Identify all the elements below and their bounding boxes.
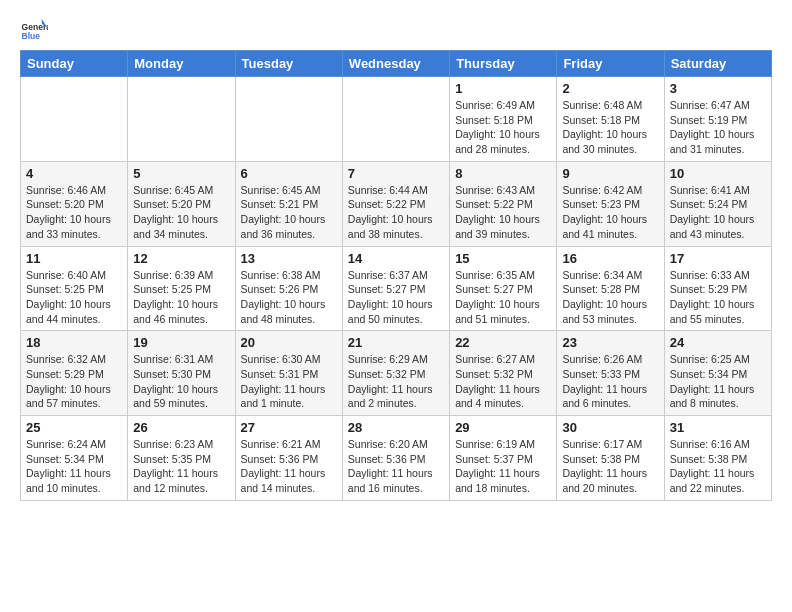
cell-info-text: Sunrise: 6:48 AM Sunset: 5:18 PM Dayligh… bbox=[562, 98, 658, 157]
cell-info-text: Sunrise: 6:42 AM Sunset: 5:23 PM Dayligh… bbox=[562, 183, 658, 242]
calendar-cell: 9Sunrise: 6:42 AM Sunset: 5:23 PM Daylig… bbox=[557, 161, 664, 246]
day-header-sunday: Sunday bbox=[21, 51, 128, 77]
cell-day-number: 20 bbox=[241, 335, 337, 350]
calendar-week-row: 25Sunrise: 6:24 AM Sunset: 5:34 PM Dayli… bbox=[21, 416, 772, 501]
cell-info-text: Sunrise: 6:30 AM Sunset: 5:31 PM Dayligh… bbox=[241, 352, 337, 411]
cell-info-text: Sunrise: 6:45 AM Sunset: 5:20 PM Dayligh… bbox=[133, 183, 229, 242]
calendar-cell: 1Sunrise: 6:49 AM Sunset: 5:18 PM Daylig… bbox=[450, 77, 557, 162]
cell-day-number: 13 bbox=[241, 251, 337, 266]
cell-day-number: 7 bbox=[348, 166, 444, 181]
calendar-week-row: 4Sunrise: 6:46 AM Sunset: 5:20 PM Daylig… bbox=[21, 161, 772, 246]
calendar-cell: 14Sunrise: 6:37 AM Sunset: 5:27 PM Dayli… bbox=[342, 246, 449, 331]
cell-info-text: Sunrise: 6:44 AM Sunset: 5:22 PM Dayligh… bbox=[348, 183, 444, 242]
cell-info-text: Sunrise: 6:35 AM Sunset: 5:27 PM Dayligh… bbox=[455, 268, 551, 327]
cell-day-number: 12 bbox=[133, 251, 229, 266]
cell-info-text: Sunrise: 6:40 AM Sunset: 5:25 PM Dayligh… bbox=[26, 268, 122, 327]
cell-day-number: 16 bbox=[562, 251, 658, 266]
cell-day-number: 5 bbox=[133, 166, 229, 181]
cell-day-number: 14 bbox=[348, 251, 444, 266]
calendar-cell bbox=[342, 77, 449, 162]
cell-day-number: 29 bbox=[455, 420, 551, 435]
calendar-cell: 13Sunrise: 6:38 AM Sunset: 5:26 PM Dayli… bbox=[235, 246, 342, 331]
calendar-cell: 12Sunrise: 6:39 AM Sunset: 5:25 PM Dayli… bbox=[128, 246, 235, 331]
cell-day-number: 22 bbox=[455, 335, 551, 350]
cell-day-number: 8 bbox=[455, 166, 551, 181]
cell-day-number: 17 bbox=[670, 251, 766, 266]
cell-info-text: Sunrise: 6:32 AM Sunset: 5:29 PM Dayligh… bbox=[26, 352, 122, 411]
generalblue-logo-icon: General Blue bbox=[20, 16, 48, 44]
calendar-week-row: 18Sunrise: 6:32 AM Sunset: 5:29 PM Dayli… bbox=[21, 331, 772, 416]
cell-info-text: Sunrise: 6:41 AM Sunset: 5:24 PM Dayligh… bbox=[670, 183, 766, 242]
cell-info-text: Sunrise: 6:26 AM Sunset: 5:33 PM Dayligh… bbox=[562, 352, 658, 411]
calendar-header-row: SundayMondayTuesdayWednesdayThursdayFrid… bbox=[21, 51, 772, 77]
cell-info-text: Sunrise: 6:39 AM Sunset: 5:25 PM Dayligh… bbox=[133, 268, 229, 327]
calendar-cell: 25Sunrise: 6:24 AM Sunset: 5:34 PM Dayli… bbox=[21, 416, 128, 501]
cell-day-number: 25 bbox=[26, 420, 122, 435]
calendar-week-row: 11Sunrise: 6:40 AM Sunset: 5:25 PM Dayli… bbox=[21, 246, 772, 331]
cell-info-text: Sunrise: 6:49 AM Sunset: 5:18 PM Dayligh… bbox=[455, 98, 551, 157]
calendar-cell: 31Sunrise: 6:16 AM Sunset: 5:38 PM Dayli… bbox=[664, 416, 771, 501]
cell-info-text: Sunrise: 6:16 AM Sunset: 5:38 PM Dayligh… bbox=[670, 437, 766, 496]
cell-day-number: 4 bbox=[26, 166, 122, 181]
cell-info-text: Sunrise: 6:33 AM Sunset: 5:29 PM Dayligh… bbox=[670, 268, 766, 327]
day-header-thursday: Thursday bbox=[450, 51, 557, 77]
calendar-cell: 21Sunrise: 6:29 AM Sunset: 5:32 PM Dayli… bbox=[342, 331, 449, 416]
calendar-cell: 17Sunrise: 6:33 AM Sunset: 5:29 PM Dayli… bbox=[664, 246, 771, 331]
cell-day-number: 27 bbox=[241, 420, 337, 435]
calendar-cell: 15Sunrise: 6:35 AM Sunset: 5:27 PM Dayli… bbox=[450, 246, 557, 331]
calendar-cell: 3Sunrise: 6:47 AM Sunset: 5:19 PM Daylig… bbox=[664, 77, 771, 162]
calendar-cell: 19Sunrise: 6:31 AM Sunset: 5:30 PM Dayli… bbox=[128, 331, 235, 416]
cell-day-number: 26 bbox=[133, 420, 229, 435]
cell-info-text: Sunrise: 6:43 AM Sunset: 5:22 PM Dayligh… bbox=[455, 183, 551, 242]
cell-day-number: 9 bbox=[562, 166, 658, 181]
calendar-cell: 6Sunrise: 6:45 AM Sunset: 5:21 PM Daylig… bbox=[235, 161, 342, 246]
cell-info-text: Sunrise: 6:19 AM Sunset: 5:37 PM Dayligh… bbox=[455, 437, 551, 496]
cell-info-text: Sunrise: 6:45 AM Sunset: 5:21 PM Dayligh… bbox=[241, 183, 337, 242]
cell-info-text: Sunrise: 6:47 AM Sunset: 5:19 PM Dayligh… bbox=[670, 98, 766, 157]
day-header-friday: Friday bbox=[557, 51, 664, 77]
calendar-cell: 4Sunrise: 6:46 AM Sunset: 5:20 PM Daylig… bbox=[21, 161, 128, 246]
calendar-cell: 26Sunrise: 6:23 AM Sunset: 5:35 PM Dayli… bbox=[128, 416, 235, 501]
cell-day-number: 21 bbox=[348, 335, 444, 350]
cell-info-text: Sunrise: 6:17 AM Sunset: 5:38 PM Dayligh… bbox=[562, 437, 658, 496]
cell-info-text: Sunrise: 6:25 AM Sunset: 5:34 PM Dayligh… bbox=[670, 352, 766, 411]
calendar-cell: 20Sunrise: 6:30 AM Sunset: 5:31 PM Dayli… bbox=[235, 331, 342, 416]
day-header-monday: Monday bbox=[128, 51, 235, 77]
svg-text:Blue: Blue bbox=[22, 31, 41, 41]
cell-info-text: Sunrise: 6:37 AM Sunset: 5:27 PM Dayligh… bbox=[348, 268, 444, 327]
cell-day-number: 6 bbox=[241, 166, 337, 181]
cell-info-text: Sunrise: 6:27 AM Sunset: 5:32 PM Dayligh… bbox=[455, 352, 551, 411]
cell-day-number: 2 bbox=[562, 81, 658, 96]
calendar-week-row: 1Sunrise: 6:49 AM Sunset: 5:18 PM Daylig… bbox=[21, 77, 772, 162]
cell-day-number: 10 bbox=[670, 166, 766, 181]
calendar-cell: 7Sunrise: 6:44 AM Sunset: 5:22 PM Daylig… bbox=[342, 161, 449, 246]
logo: General Blue bbox=[20, 16, 52, 44]
cell-info-text: Sunrise: 6:34 AM Sunset: 5:28 PM Dayligh… bbox=[562, 268, 658, 327]
calendar-cell: 2Sunrise: 6:48 AM Sunset: 5:18 PM Daylig… bbox=[557, 77, 664, 162]
cell-day-number: 28 bbox=[348, 420, 444, 435]
calendar-cell: 18Sunrise: 6:32 AM Sunset: 5:29 PM Dayli… bbox=[21, 331, 128, 416]
cell-day-number: 1 bbox=[455, 81, 551, 96]
day-header-tuesday: Tuesday bbox=[235, 51, 342, 77]
calendar-cell: 28Sunrise: 6:20 AM Sunset: 5:36 PM Dayli… bbox=[342, 416, 449, 501]
calendar-cell: 23Sunrise: 6:26 AM Sunset: 5:33 PM Dayli… bbox=[557, 331, 664, 416]
page-container: General Blue SundayMondayTuesdayWednesda… bbox=[0, 0, 792, 511]
calendar-cell: 8Sunrise: 6:43 AM Sunset: 5:22 PM Daylig… bbox=[450, 161, 557, 246]
cell-info-text: Sunrise: 6:21 AM Sunset: 5:36 PM Dayligh… bbox=[241, 437, 337, 496]
cell-day-number: 3 bbox=[670, 81, 766, 96]
cell-info-text: Sunrise: 6:31 AM Sunset: 5:30 PM Dayligh… bbox=[133, 352, 229, 411]
cell-day-number: 31 bbox=[670, 420, 766, 435]
cell-info-text: Sunrise: 6:38 AM Sunset: 5:26 PM Dayligh… bbox=[241, 268, 337, 327]
cell-day-number: 18 bbox=[26, 335, 122, 350]
calendar-cell: 30Sunrise: 6:17 AM Sunset: 5:38 PM Dayli… bbox=[557, 416, 664, 501]
calendar-cell: 27Sunrise: 6:21 AM Sunset: 5:36 PM Dayli… bbox=[235, 416, 342, 501]
cell-info-text: Sunrise: 6:20 AM Sunset: 5:36 PM Dayligh… bbox=[348, 437, 444, 496]
cell-info-text: Sunrise: 6:29 AM Sunset: 5:32 PM Dayligh… bbox=[348, 352, 444, 411]
calendar-cell: 24Sunrise: 6:25 AM Sunset: 5:34 PM Dayli… bbox=[664, 331, 771, 416]
calendar-cell bbox=[21, 77, 128, 162]
calendar-cell: 11Sunrise: 6:40 AM Sunset: 5:25 PM Dayli… bbox=[21, 246, 128, 331]
calendar-cell bbox=[128, 77, 235, 162]
cell-day-number: 11 bbox=[26, 251, 122, 266]
day-header-saturday: Saturday bbox=[664, 51, 771, 77]
cell-info-text: Sunrise: 6:24 AM Sunset: 5:34 PM Dayligh… bbox=[26, 437, 122, 496]
